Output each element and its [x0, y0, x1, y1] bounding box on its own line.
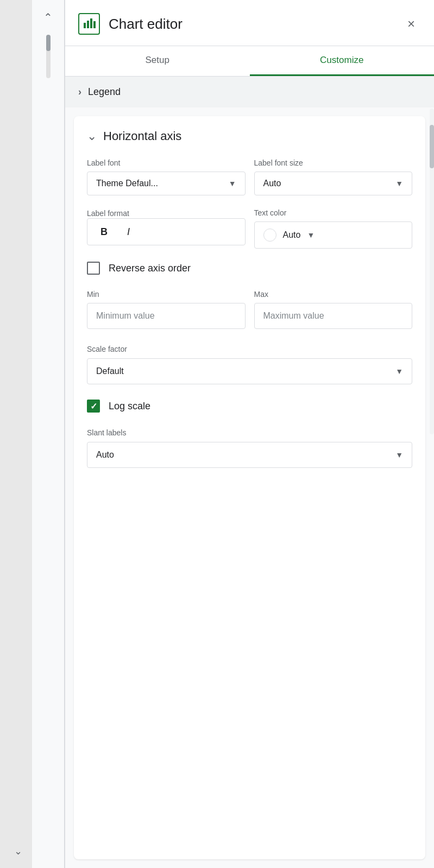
reverse-axis-checkbox[interactable] [87, 262, 100, 275]
section-header[interactable]: ⌄ Horizontal axis [87, 129, 412, 143]
reverse-axis-row: Reverse axis order [87, 262, 412, 275]
text-color-label: Text color [254, 208, 413, 217]
svg-rect-1 [87, 21, 89, 28]
log-scale-label: Log scale [109, 401, 150, 412]
text-color-select[interactable]: Auto ▼ [254, 221, 413, 249]
format-color-row: Label format B I Text color Auto ▼ [87, 208, 412, 249]
max-input[interactable] [254, 303, 413, 329]
label-font-size-dropdown-arrow: ▼ [395, 179, 403, 188]
label-format-label: Label format [87, 209, 129, 218]
label-format-group: Label format B I [87, 208, 246, 249]
tabs-container: Setup Customize [65, 46, 434, 77]
label-font-group: Label font Theme Defaul... ▼ [87, 159, 246, 195]
log-scale-checkbox[interactable] [87, 400, 100, 413]
section-title: Horizontal axis [103, 129, 181, 143]
scrollbar-thumb[interactable] [430, 125, 434, 168]
legend-label: Legend [88, 86, 121, 98]
italic-button[interactable]: I [123, 224, 134, 240]
horizontal-axis-section: ⌄ Horizontal axis Label font Theme Defau… [74, 116, 425, 859]
label-font-size-value: Auto [263, 179, 281, 188]
label-font-size-label: Label font size [254, 159, 413, 167]
slant-labels-label: Slant labels [87, 428, 126, 437]
slant-labels-dropdown-arrow: ▼ [395, 451, 403, 459]
text-color-group: Text color Auto ▼ [254, 208, 413, 249]
tab-customize[interactable]: Customize [250, 46, 435, 76]
scale-factor-value: Default [96, 366, 124, 376]
min-group: Min [87, 290, 246, 329]
log-scale-row: Log scale [87, 400, 412, 413]
bold-button[interactable]: B [96, 224, 112, 240]
chevron-down-icon: ⌄ [87, 129, 97, 143]
slant-labels-select[interactable]: Auto ▼ [87, 442, 412, 468]
min-label: Min [87, 290, 246, 299]
max-label: Max [254, 290, 413, 299]
color-circle [263, 229, 276, 242]
slant-labels-group: Slant labels Auto ▼ [87, 428, 412, 468]
svg-rect-0 [84, 23, 86, 28]
header-left: Chart editor [78, 13, 183, 35]
tab-setup[interactable]: Setup [65, 46, 250, 76]
max-group: Max [254, 290, 413, 329]
chart-icon [78, 13, 100, 35]
reverse-axis-label: Reverse axis order [109, 263, 191, 274]
scale-factor-group: Scale factor Default ▼ [87, 344, 412, 384]
label-font-select[interactable]: Theme Defaul... ▼ [87, 172, 246, 195]
text-color-value: Auto [283, 230, 301, 240]
scrollbar-track[interactable] [430, 109, 434, 434]
label-font-size-select[interactable]: Auto ▼ [254, 172, 413, 195]
label-font-value: Theme Defaul... [96, 179, 158, 188]
min-max-row: Min Max [87, 290, 412, 329]
legend-chevron-right-icon: › [78, 86, 81, 98]
label-font-label: Label font [87, 159, 246, 167]
scale-factor-select[interactable]: Default ▼ [87, 358, 412, 384]
text-color-dropdown-arrow: ▼ [307, 231, 315, 239]
sidebar-scroll-down-arrow[interactable]: ⌄ [14, 845, 22, 857]
label-font-size-group: Label font size Auto ▼ [254, 159, 413, 195]
legend-section[interactable]: › Legend [65, 77, 434, 107]
chart-editor-header: Chart editor × [65, 0, 434, 46]
svg-rect-3 [93, 21, 96, 28]
slant-labels-value: Auto [96, 450, 114, 460]
sidebar-scrollbar[interactable] [46, 35, 51, 78]
scale-factor-label: Scale factor [87, 345, 127, 353]
format-buttons-container: B I [87, 218, 246, 245]
svg-rect-2 [90, 18, 92, 28]
sidebar-up-arrow[interactable]: ⌃ [43, 11, 53, 24]
font-row: Label font Theme Defaul... ▼ Label font … [87, 159, 412, 195]
scale-factor-dropdown-arrow: ▼ [395, 367, 403, 376]
label-font-dropdown-arrow: ▼ [229, 179, 236, 188]
min-input[interactable] [87, 303, 246, 329]
panel-title: Chart editor [109, 16, 183, 33]
close-button[interactable]: × [401, 14, 421, 34]
